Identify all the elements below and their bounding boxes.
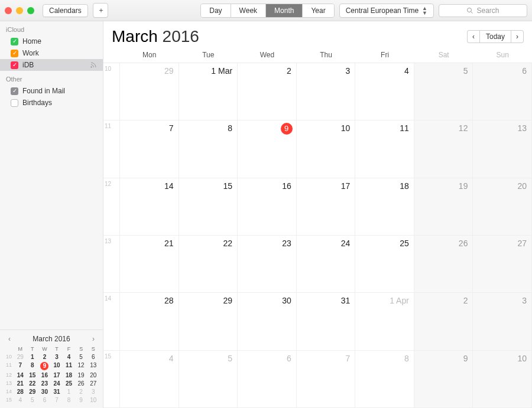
- day-cell[interactable]: 1 Mar: [179, 63, 238, 120]
- day-cell[interactable]: 10: [473, 351, 532, 408]
- day-cell[interactable]: 9: [414, 351, 473, 408]
- mini-day[interactable]: 9: [75, 397, 87, 403]
- mini-day[interactable]: 2: [38, 354, 51, 360]
- mini-day[interactable]: 18: [63, 372, 75, 378]
- day-cell[interactable]: 4: [120, 351, 179, 408]
- mini-day[interactable]: 7: [51, 397, 63, 403]
- view-year[interactable]: Year: [303, 4, 333, 17]
- calendar-item[interactable]: ✓Home: [0, 35, 103, 47]
- calendar-checkbox[interactable]: [11, 99, 18, 107]
- mini-day[interactable]: 5: [27, 397, 39, 403]
- day-cell[interactable]: 22: [179, 236, 238, 293]
- mini-day[interactable]: 1: [27, 354, 39, 360]
- mini-day[interactable]: 9: [38, 362, 51, 370]
- day-cell[interactable]: 24: [297, 236, 356, 293]
- mini-day[interactable]: 10: [51, 362, 63, 370]
- day-cell[interactable]: 5: [414, 63, 473, 120]
- day-cell[interactable]: 6: [238, 351, 297, 408]
- day-cell[interactable]: 14: [120, 178, 179, 236]
- mini-day[interactable]: 15: [27, 372, 39, 378]
- mini-day[interactable]: 8: [27, 362, 39, 370]
- day-cell[interactable]: 8: [179, 120, 238, 178]
- timezone-select[interactable]: Central European Time ▲▼: [339, 4, 434, 18]
- day-cell[interactable]: 23: [238, 236, 297, 293]
- day-cell[interactable]: 3: [297, 63, 356, 120]
- mini-day[interactable]: 6: [38, 397, 51, 403]
- mini-day[interactable]: 19: [75, 372, 87, 378]
- day-cell[interactable]: 10: [297, 120, 356, 178]
- mini-day[interactable]: 4: [14, 397, 27, 403]
- mini-day[interactable]: 28: [14, 389, 27, 395]
- mini-next-button[interactable]: ›: [90, 335, 97, 343]
- search-input[interactable]: Search: [439, 4, 527, 17]
- mini-day[interactable]: 3: [51, 354, 63, 360]
- calendar-item[interactable]: Birthdays: [0, 97, 103, 109]
- close-icon[interactable]: [5, 7, 12, 14]
- day-cell[interactable]: 9: [238, 120, 297, 178]
- calendar-checkbox[interactable]: ✓: [11, 50, 18, 57]
- day-cell[interactable]: 21: [120, 236, 179, 293]
- calendar-item[interactable]: ✓Work: [0, 47, 103, 59]
- calendar-checkbox[interactable]: ✓: [11, 61, 18, 69]
- mini-day[interactable]: 5: [75, 354, 87, 360]
- calendar-checkbox[interactable]: ✓: [11, 38, 18, 45]
- day-cell[interactable]: 4: [355, 63, 414, 120]
- view-day[interactable]: Day: [201, 4, 231, 17]
- mini-day[interactable]: 21: [14, 380, 27, 387]
- mini-day[interactable]: 27: [87, 380, 99, 387]
- day-cell[interactable]: 29: [120, 63, 179, 120]
- mini-day[interactable]: 4: [63, 354, 75, 360]
- day-cell[interactable]: 13: [473, 120, 532, 178]
- calendars-button[interactable]: Calendars: [43, 4, 88, 17]
- day-cell[interactable]: 30: [238, 293, 297, 350]
- day-cell[interactable]: 15: [179, 178, 238, 236]
- mini-day[interactable]: 22: [27, 380, 39, 387]
- day-cell[interactable]: 29: [179, 293, 238, 350]
- day-cell[interactable]: 16: [238, 178, 297, 236]
- mini-day[interactable]: 24: [51, 380, 63, 387]
- view-month[interactable]: Month: [266, 4, 303, 17]
- mini-day[interactable]: 30: [38, 389, 51, 395]
- mini-day[interactable]: 17: [51, 372, 63, 378]
- mini-day[interactable]: 7: [14, 362, 27, 370]
- prev-month-button[interactable]: ‹: [467, 30, 479, 43]
- mini-day[interactable]: 31: [51, 389, 63, 395]
- mini-day[interactable]: 16: [38, 372, 51, 378]
- day-cell[interactable]: 7: [297, 351, 356, 408]
- day-cell[interactable]: 20: [473, 178, 532, 236]
- day-cell[interactable]: 2: [238, 63, 297, 120]
- day-cell[interactable]: 1 Apr: [355, 293, 414, 350]
- day-cell[interactable]: 8: [355, 351, 414, 408]
- mini-prev-button[interactable]: ‹: [6, 335, 13, 343]
- today-button[interactable]: Today: [479, 30, 511, 43]
- day-cell[interactable]: 25: [355, 236, 414, 293]
- day-cell[interactable]: 18: [355, 178, 414, 236]
- calendar-item[interactable]: ✓iDB: [0, 59, 103, 71]
- day-cell[interactable]: 7: [120, 120, 179, 178]
- mini-day[interactable]: 6: [87, 354, 99, 360]
- mini-day[interactable]: 2: [75, 389, 87, 395]
- mini-day[interactable]: 13: [87, 362, 99, 370]
- day-cell[interactable]: 2: [414, 293, 473, 350]
- day-cell[interactable]: 6: [473, 63, 532, 120]
- mini-day[interactable]: 20: [87, 372, 99, 378]
- minimize-icon[interactable]: [16, 7, 23, 14]
- day-cell[interactable]: 31: [297, 293, 356, 350]
- mini-day[interactable]: 23: [38, 380, 51, 387]
- mini-day[interactable]: 3: [87, 389, 99, 395]
- mini-day[interactable]: 11: [63, 362, 75, 370]
- mini-day[interactable]: 29: [27, 389, 39, 395]
- day-cell[interactable]: 5: [179, 351, 238, 408]
- day-cell[interactable]: 3: [473, 293, 532, 350]
- day-cell[interactable]: 12: [414, 120, 473, 178]
- add-button[interactable]: ＋: [93, 3, 108, 18]
- mini-day[interactable]: 26: [75, 380, 87, 387]
- day-cell[interactable]: 19: [414, 178, 473, 236]
- day-cell[interactable]: 26: [414, 236, 473, 293]
- day-cell[interactable]: 17: [297, 178, 356, 236]
- day-cell[interactable]: 28: [120, 293, 179, 350]
- calendar-checkbox[interactable]: ✓: [11, 87, 18, 95]
- view-week[interactable]: Week: [231, 4, 266, 17]
- mini-day[interactable]: 8: [63, 397, 75, 403]
- mini-day[interactable]: 10: [87, 397, 99, 403]
